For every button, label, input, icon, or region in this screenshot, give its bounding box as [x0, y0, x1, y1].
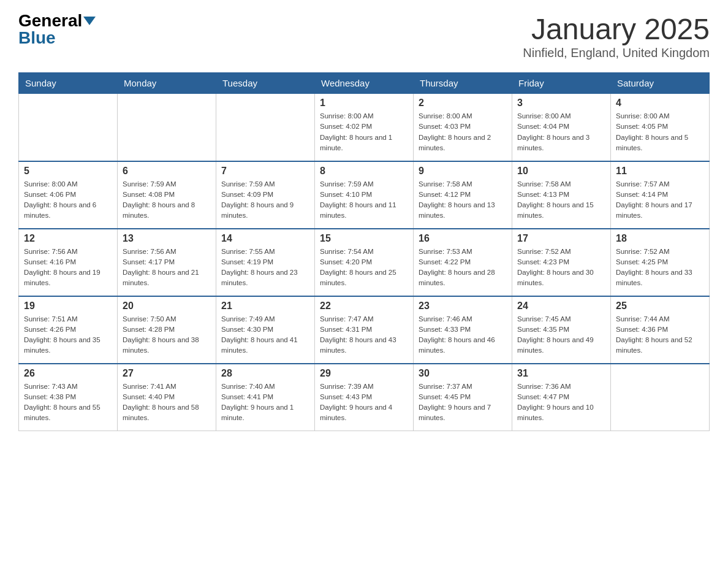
calendar-cell: 13Sunrise: 7:56 AM Sunset: 4:17 PM Dayli… [118, 229, 216, 296]
day-number: 11 [616, 166, 704, 177]
day-number: 27 [123, 368, 211, 379]
calendar-cell: 22Sunrise: 7:47 AM Sunset: 4:31 PM Dayli… [315, 296, 414, 364]
calendar-header-row: SundayMondayTuesdayWednesdayThursdayFrid… [19, 73, 710, 94]
weekday-header-saturday: Saturday [611, 73, 710, 94]
calendar-week-row: 12Sunrise: 7:56 AM Sunset: 4:16 PM Dayli… [19, 229, 710, 296]
day-number: 2 [419, 98, 507, 109]
day-info: Sunrise: 7:37 AM Sunset: 4:45 PM Dayligh… [419, 381, 507, 424]
day-info: Sunrise: 7:45 AM Sunset: 4:35 PM Dayligh… [517, 314, 605, 356]
calendar-cell: 4Sunrise: 8:00 AM Sunset: 4:05 PM Daylig… [611, 94, 710, 161]
day-number: 24 [517, 301, 605, 312]
day-info: Sunrise: 7:56 AM Sunset: 4:16 PM Dayligh… [24, 247, 112, 289]
day-info: Sunrise: 7:59 AM Sunset: 4:09 PM Dayligh… [221, 179, 309, 221]
day-number: 13 [123, 233, 211, 244]
day-number: 4 [616, 98, 704, 109]
calendar-cell [216, 94, 315, 161]
day-info: Sunrise: 7:58 AM Sunset: 4:12 PM Dayligh… [419, 179, 507, 221]
day-info: Sunrise: 7:56 AM Sunset: 4:17 PM Dayligh… [123, 247, 211, 289]
day-info: Sunrise: 7:59 AM Sunset: 4:08 PM Dayligh… [123, 179, 211, 221]
day-number: 1 [320, 98, 408, 109]
weekday-header-sunday: Sunday [19, 73, 118, 94]
day-info: Sunrise: 7:41 AM Sunset: 4:40 PM Dayligh… [123, 381, 211, 424]
weekday-header-monday: Monday [118, 73, 216, 94]
day-number: 10 [517, 166, 605, 177]
day-number: 3 [517, 98, 605, 109]
day-number: 23 [419, 301, 507, 312]
weekday-header-thursday: Thursday [414, 73, 512, 94]
weekday-header-friday: Friday [512, 73, 611, 94]
calendar-location: Ninfield, England, United Kingdom [523, 46, 710, 60]
calendar-cell: 31Sunrise: 7:36 AM Sunset: 4:47 PM Dayli… [512, 364, 611, 431]
day-number: 30 [419, 368, 507, 379]
day-number: 31 [517, 368, 605, 379]
day-info: Sunrise: 8:00 AM Sunset: 4:04 PM Dayligh… [517, 111, 605, 153]
day-number: 28 [221, 368, 309, 379]
calendar-cell: 30Sunrise: 7:37 AM Sunset: 4:45 PM Dayli… [414, 364, 512, 431]
day-info: Sunrise: 8:00 AM Sunset: 4:06 PM Dayligh… [24, 179, 112, 221]
day-info: Sunrise: 7:57 AM Sunset: 4:14 PM Dayligh… [616, 179, 704, 221]
day-info: Sunrise: 7:51 AM Sunset: 4:26 PM Dayligh… [24, 314, 112, 356]
day-number: 5 [24, 166, 112, 177]
day-info: Sunrise: 7:47 AM Sunset: 4:31 PM Dayligh… [320, 314, 408, 356]
calendar-cell: 1Sunrise: 8:00 AM Sunset: 4:02 PM Daylig… [315, 94, 414, 161]
day-number: 25 [616, 301, 704, 312]
calendar-cell: 14Sunrise: 7:55 AM Sunset: 4:19 PM Dayli… [216, 229, 315, 296]
calendar-cell: 27Sunrise: 7:41 AM Sunset: 4:40 PM Dayli… [118, 364, 216, 431]
calendar-cell: 21Sunrise: 7:49 AM Sunset: 4:30 PM Dayli… [216, 296, 315, 364]
day-number: 12 [24, 233, 112, 244]
calendar-cell [611, 364, 710, 431]
calendar-cell: 3Sunrise: 8:00 AM Sunset: 4:04 PM Daylig… [512, 94, 611, 161]
calendar-cell: 2Sunrise: 8:00 AM Sunset: 4:03 PM Daylig… [414, 94, 512, 161]
page-header: General Blue January 2025 Ninfield, Engl… [18, 12, 710, 60]
calendar-cell [118, 94, 216, 161]
logo: General Blue [18, 12, 96, 47]
calendar-week-row: 5Sunrise: 8:00 AM Sunset: 4:06 PM Daylig… [19, 161, 710, 229]
calendar-cell: 20Sunrise: 7:50 AM Sunset: 4:28 PM Dayli… [118, 296, 216, 364]
logo-arrow-icon [83, 17, 96, 25]
calendar-cell: 26Sunrise: 7:43 AM Sunset: 4:38 PM Dayli… [19, 364, 118, 431]
day-info: Sunrise: 7:43 AM Sunset: 4:38 PM Dayligh… [24, 381, 112, 424]
calendar-cell: 8Sunrise: 7:59 AM Sunset: 4:10 PM Daylig… [315, 161, 414, 229]
calendar-cell: 18Sunrise: 7:52 AM Sunset: 4:25 PM Dayli… [611, 229, 710, 296]
day-info: Sunrise: 7:52 AM Sunset: 4:23 PM Dayligh… [517, 247, 605, 289]
calendar-cell: 5Sunrise: 8:00 AM Sunset: 4:06 PM Daylig… [19, 161, 118, 229]
day-number: 7 [221, 166, 309, 177]
day-number: 20 [123, 301, 211, 312]
day-info: Sunrise: 8:00 AM Sunset: 4:02 PM Dayligh… [320, 111, 408, 153]
day-info: Sunrise: 7:50 AM Sunset: 4:28 PM Dayligh… [123, 314, 211, 356]
day-info: Sunrise: 7:58 AM Sunset: 4:13 PM Dayligh… [517, 179, 605, 221]
calendar-cell: 17Sunrise: 7:52 AM Sunset: 4:23 PM Dayli… [512, 229, 611, 296]
day-number: 17 [517, 233, 605, 244]
day-info: Sunrise: 7:55 AM Sunset: 4:19 PM Dayligh… [221, 247, 309, 289]
day-info: Sunrise: 7:36 AM Sunset: 4:47 PM Dayligh… [517, 381, 605, 424]
calendar-month-year: January 2025 [523, 12, 710, 46]
calendar-cell: 15Sunrise: 7:54 AM Sunset: 4:20 PM Dayli… [315, 229, 414, 296]
calendar-cell: 19Sunrise: 7:51 AM Sunset: 4:26 PM Dayli… [19, 296, 118, 364]
calendar-cell: 12Sunrise: 7:56 AM Sunset: 4:16 PM Dayli… [19, 229, 118, 296]
day-number: 9 [419, 166, 507, 177]
calendar-cell: 24Sunrise: 7:45 AM Sunset: 4:35 PM Dayli… [512, 296, 611, 364]
calendar-week-row: 19Sunrise: 7:51 AM Sunset: 4:26 PM Dayli… [19, 296, 710, 364]
calendar-cell: 29Sunrise: 7:39 AM Sunset: 4:43 PM Dayli… [315, 364, 414, 431]
day-info: Sunrise: 7:40 AM Sunset: 4:41 PM Dayligh… [221, 381, 309, 424]
calendar-cell: 23Sunrise: 7:46 AM Sunset: 4:33 PM Dayli… [414, 296, 512, 364]
calendar-cell: 7Sunrise: 7:59 AM Sunset: 4:09 PM Daylig… [216, 161, 315, 229]
calendar-cell: 6Sunrise: 7:59 AM Sunset: 4:08 PM Daylig… [118, 161, 216, 229]
day-number: 26 [24, 368, 112, 379]
day-info: Sunrise: 7:39 AM Sunset: 4:43 PM Dayligh… [320, 381, 408, 424]
calendar-week-row: 26Sunrise: 7:43 AM Sunset: 4:38 PM Dayli… [19, 364, 710, 431]
calendar-cell: 28Sunrise: 7:40 AM Sunset: 4:41 PM Dayli… [216, 364, 315, 431]
day-info: Sunrise: 7:53 AM Sunset: 4:22 PM Dayligh… [419, 247, 507, 289]
calendar-cell: 11Sunrise: 7:57 AM Sunset: 4:14 PM Dayli… [611, 161, 710, 229]
logo-blue-text: Blue [18, 29, 56, 47]
calendar-cell: 10Sunrise: 7:58 AM Sunset: 4:13 PM Dayli… [512, 161, 611, 229]
day-number: 29 [320, 368, 408, 379]
day-number: 6 [123, 166, 211, 177]
calendar-cell: 25Sunrise: 7:44 AM Sunset: 4:36 PM Dayli… [611, 296, 710, 364]
day-number: 18 [616, 233, 704, 244]
calendar-cell: 9Sunrise: 7:58 AM Sunset: 4:12 PM Daylig… [414, 161, 512, 229]
weekday-header-tuesday: Tuesday [216, 73, 315, 94]
calendar-cell: 16Sunrise: 7:53 AM Sunset: 4:22 PM Dayli… [414, 229, 512, 296]
calendar-week-row: 1Sunrise: 8:00 AM Sunset: 4:02 PM Daylig… [19, 94, 710, 161]
day-info: Sunrise: 7:52 AM Sunset: 4:25 PM Dayligh… [616, 247, 704, 289]
